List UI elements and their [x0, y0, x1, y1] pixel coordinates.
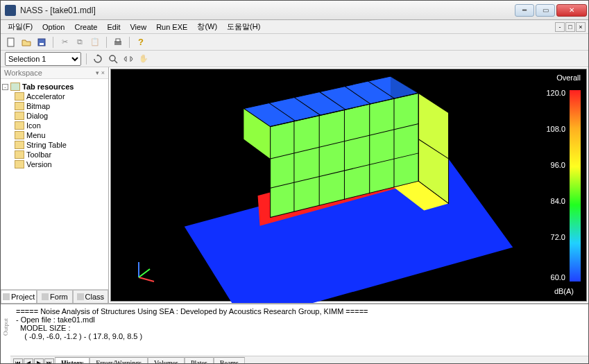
- axes-triad-icon: [132, 257, 160, 284]
- svg-line-35: [139, 277, 154, 281]
- folder-icon: [15, 102, 24, 110]
- output-vlabel: Output: [2, 318, 9, 336]
- svg-line-6: [114, 60, 117, 63]
- menu-file[interactable]: 파일(F): [3, 20, 37, 33]
- hand-icon[interactable]: ✋: [137, 53, 150, 65]
- tree-item[interactable]: Accelerator: [15, 92, 107, 101]
- help-icon[interactable]: ?: [135, 36, 147, 49]
- tree-item[interactable]: Toolbar: [15, 150, 107, 159]
- folder-icon: [15, 112, 24, 120]
- cut-icon[interactable]: ✂: [58, 36, 71, 49]
- folder-icon: [15, 160, 24, 168]
- menu-runexe[interactable]: Run EXE: [152, 21, 191, 33]
- tree-item[interactable]: Dialog: [15, 111, 107, 121]
- output-text[interactable]: ===== Noise Analysis of Structures Using…: [10, 304, 588, 356]
- tree-item[interactable]: String Table: [15, 140, 107, 150]
- copy-icon[interactable]: ⧉: [74, 36, 86, 49]
- selection-dropdown[interactable]: Selection 1: [5, 52, 81, 66]
- tab-project[interactable]: Project: [1, 290, 37, 303]
- folder-icon: [15, 150, 24, 159]
- form-icon: [42, 293, 49, 300]
- output-panel: Output ===== Noise Analysis of Structure…: [1, 303, 588, 364]
- save-icon[interactable]: [35, 36, 48, 49]
- legend-tick: 84.0: [551, 197, 565, 205]
- legend-tick: 72.0: [551, 233, 565, 241]
- legend-tick: 120.0: [546, 89, 565, 97]
- collapse-icon[interactable]: -: [2, 84, 8, 90]
- tab-errors[interactable]: Errors/Warnings: [89, 357, 148, 364]
- menu-view[interactable]: View: [126, 21, 151, 33]
- tab-volumes[interactable]: Volumes: [148, 357, 185, 364]
- svg-line-36: [139, 269, 150, 277]
- mdi-close[interactable]: ×: [576, 22, 586, 32]
- folder-icon: [15, 131, 24, 139]
- menu-edit[interactable]: Edit: [103, 21, 125, 33]
- selection-toolbar: Selection 1 ✋: [1, 51, 588, 67]
- colorbar: [570, 90, 581, 281]
- output-tabs: ⏮ ◀ ▶ ⏭ History Errors/Warnings Volumes …: [10, 356, 588, 364]
- mdi-minimize[interactable]: -: [555, 22, 565, 32]
- tab-class[interactable]: Class: [73, 290, 108, 303]
- menu-bar: 파일(F) Option Create Edit View Run EXE 창(…: [1, 20, 588, 34]
- menu-window[interactable]: 창(W): [193, 20, 221, 33]
- svg-point-5: [110, 55, 115, 61]
- main-area: Workspace ▾ × - Tab resources Accelerato…: [1, 67, 588, 303]
- 3d-viewport[interactable]: Overall 120.0 108.0 96.0 84.0 72.0 60.0 …: [110, 69, 587, 302]
- folder-icon: [15, 92, 24, 101]
- resource-tree[interactable]: - Tab resources Accelerator Bitmap Dialo…: [1, 79, 108, 289]
- legend-title: Overall: [539, 73, 581, 82]
- window-title: NASS - [take01.mdl]: [20, 6, 515, 15]
- tab-plates[interactable]: Plates: [185, 357, 214, 364]
- standard-toolbar: ✂ ⧉ 📋 ?: [1, 34, 588, 51]
- project-icon: [3, 293, 10, 300]
- color-legend: Overall 120.0 108.0 96.0 84.0 72.0 60.0 …: [539, 73, 581, 86]
- tab-history[interactable]: History: [55, 357, 89, 364]
- app-icon: [5, 5, 16, 16]
- legend-unit: dB(A): [554, 287, 574, 295]
- mdi-controls: - □ ×: [555, 22, 586, 32]
- tab-last-icon[interactable]: ⏭: [44, 358, 54, 365]
- svg-rect-4: [116, 39, 120, 42]
- zoom-icon[interactable]: [107, 53, 119, 65]
- folder-icon: [15, 141, 24, 149]
- tree-root-label: Tab resources: [22, 83, 74, 91]
- workspace-sidebar: Workspace ▾ × - Tab resources Accelerato…: [1, 67, 109, 303]
- pan-icon[interactable]: [122, 53, 135, 65]
- svg-rect-2: [40, 43, 44, 45]
- window-buttons: ━ ▭ ✕: [515, 4, 587, 17]
- menu-help[interactable]: 도움말(H): [223, 20, 264, 33]
- tree-item[interactable]: Version: [15, 159, 107, 169]
- rotate-icon[interactable]: [92, 53, 104, 65]
- new-icon[interactable]: [5, 36, 17, 49]
- window-titlebar: NASS - [take01.mdl] ━ ▭ ✕: [1, 1, 588, 20]
- open-icon[interactable]: [20, 36, 33, 49]
- class-icon: [77, 293, 84, 300]
- folder-icon: [15, 121, 24, 130]
- legend-tick: 96.0: [551, 161, 565, 169]
- tree-item[interactable]: Menu: [15, 130, 107, 140]
- menu-create[interactable]: Create: [70, 21, 101, 33]
- tree-item[interactable]: Bitmap: [15, 101, 107, 111]
- print-icon[interactable]: [112, 36, 124, 49]
- paste-icon[interactable]: 📋: [89, 36, 101, 49]
- svg-rect-0: [8, 38, 14, 46]
- tab-prev-icon[interactable]: ◀: [24, 358, 33, 365]
- minimize-button[interactable]: ━: [515, 4, 534, 17]
- mdi-restore[interactable]: □: [565, 22, 575, 32]
- close-button[interactable]: ✕: [556, 4, 587, 17]
- legend-tick: 60.0: [551, 273, 565, 281]
- menu-option[interactable]: Option: [38, 21, 69, 33]
- legend-tick: 108.0: [546, 125, 565, 133]
- tab-next-icon[interactable]: ▶: [34, 358, 44, 365]
- model-render: [111, 69, 586, 304]
- workspace-header: Workspace ▾ ×: [1, 67, 108, 79]
- tab-beams[interactable]: Beams: [214, 357, 245, 364]
- tree-item[interactable]: Icon: [15, 121, 107, 130]
- tab-form[interactable]: Form: [37, 290, 72, 303]
- sidebar-tabs: Project Form Class: [1, 289, 108, 303]
- maximize-button[interactable]: ▭: [536, 4, 555, 17]
- tab-first-icon[interactable]: ⏮: [13, 358, 23, 365]
- folder-icon: [10, 83, 20, 91]
- tree-root[interactable]: - Tab resources: [2, 82, 107, 92]
- workspace-pin-icon[interactable]: ▾ ×: [96, 69, 105, 76]
